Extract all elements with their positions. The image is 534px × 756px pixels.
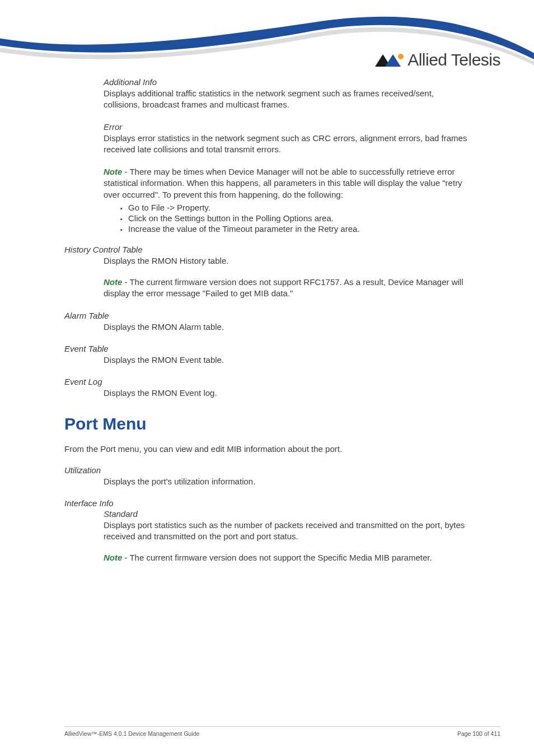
section-additional-info: Additional Info Displays additional traf…: [64, 77, 470, 111]
body-history-control: Displays the RMON History table.: [104, 255, 470, 267]
body-interface-info: Displays port statistics such as the num…: [104, 520, 470, 543]
bullet-item: Click on the Settings button in the Poll…: [126, 213, 470, 223]
body-event-log: Displays the RMON Event log.: [104, 388, 470, 399]
note-label: Note: [104, 167, 122, 176]
heading-interface-info: Interface Info: [64, 498, 470, 508]
body-additional-info: Displays additional traffic statistics i…: [104, 88, 470, 111]
brand-mark-icon: [374, 52, 404, 68]
footer-right: Page 100 of 411: [457, 730, 500, 737]
body-error: Displays error statistics in the network…: [104, 133, 470, 156]
heading-port-menu: Port Menu: [64, 414, 470, 433]
error-note-bullets: Go to File -> Property. Click on the Set…: [104, 203, 470, 234]
header-swoosh: [0, 0, 534, 84]
subheading-standard: Standard: [104, 509, 470, 519]
intro-port-menu: From the Port menu, you can view and edi…: [64, 444, 470, 455]
note-label: Note: [104, 277, 122, 287]
note-error: Note - There may be times when Device Ma…: [104, 166, 470, 200]
page-content: Additional Info Displays additional traf…: [0, 77, 534, 575]
section-history-control: History Control Table Displays the RMON …: [64, 245, 470, 300]
note-interface-body: - The current firmware version does not …: [122, 553, 432, 562]
body-alarm-table: Displays the RMON Alarm table.: [104, 321, 470, 333]
section-utilization: Utilization Displays the port's utilizat…: [64, 465, 470, 487]
page-footer: AlliedView™-EMS 4.0.1 Device Management …: [64, 726, 500, 737]
section-event-log: Event Log Displays the RMON Event log.: [64, 377, 470, 399]
section-alarm-table: Alarm Table Displays the RMON Alarm tabl…: [64, 311, 470, 333]
section-interface-info: Interface Info Standard Displays port st…: [64, 498, 470, 564]
note-interface-info: Note - The current firmware version does…: [104, 552, 470, 563]
section-error: Error Displays error statistics in the n…: [64, 122, 470, 156]
body-event-table: Displays the RMON Event table.: [104, 354, 470, 366]
heading-history-control: History Control Table: [64, 245, 470, 254]
brand-logo: Allied Telesis: [374, 50, 500, 69]
section-error-note: Note - There may be times when Device Ma…: [64, 166, 470, 234]
bullet-item: Go to File -> Property.: [126, 203, 470, 212]
bullet-item: Increase the value of the Timeout parame…: [126, 224, 470, 234]
note-label: Note: [104, 553, 122, 562]
brand-name: Allied Telesis: [407, 50, 500, 69]
footer-left: AlliedView™-EMS 4.0.1 Device Management …: [64, 730, 199, 737]
section-event-table: Event Table Displays the RMON Event tabl…: [64, 344, 470, 366]
svg-point-2: [398, 54, 404, 59]
heading-alarm-table: Alarm Table: [64, 311, 470, 320]
note-history-control: Note - The current firmware version does…: [104, 277, 470, 300]
heading-error: Error: [104, 122, 470, 132]
note-history-body: - The current firmware version does not …: [104, 277, 463, 298]
heading-event-table: Event Table: [64, 344, 470, 353]
body-utilization: Displays the port's utilization informat…: [104, 476, 470, 487]
note-error-body: - There may be times when Device Manager…: [104, 167, 462, 199]
heading-event-log: Event Log: [64, 377, 470, 386]
heading-utilization: Utilization: [64, 465, 470, 475]
heading-additional-info: Additional Info: [104, 77, 470, 87]
